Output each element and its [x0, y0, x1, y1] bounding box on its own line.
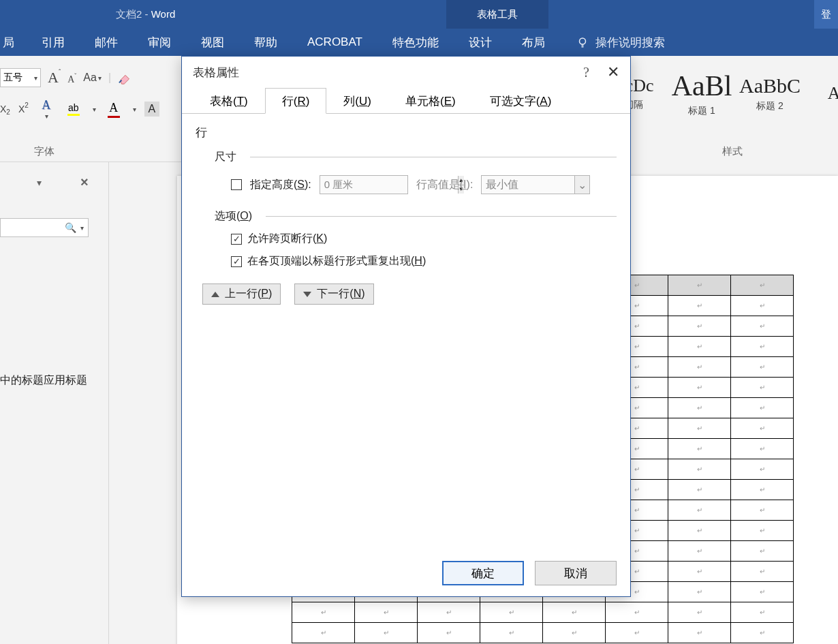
dialog-body: 行 尺寸 指定高度(S): ▲ ▼ 行高值是(I): 最小值	[182, 114, 630, 316]
specify-height-checkbox[interactable]	[231, 179, 242, 190]
style-tile[interactable]: AaBbC 标题 2	[736, 63, 804, 124]
prev-row-button[interactable]: 上一行(P)	[202, 283, 281, 305]
search-icon: 🔍	[65, 222, 76, 233]
height-spinbox[interactable]: ▲ ▼	[320, 175, 408, 194]
change-case-button[interactable]: Aa▾	[83, 72, 102, 84]
close-icon[interactable]: ×	[80, 174, 89, 190]
ribbon-tab[interactable]: 审阅	[133, 29, 186, 56]
cancel-button[interactable]: 取消	[535, 561, 617, 585]
style-tile[interactable]: Aa	[804, 63, 838, 124]
size-section-label: 尺寸	[215, 150, 617, 164]
chevron-down-icon: ⌄	[574, 176, 589, 194]
nav-search-input[interactable]: 🔍 ▾	[0, 218, 89, 237]
tab-alttext[interactable]: 可选文字(A)	[473, 88, 569, 114]
subscript-button[interactable]: X2	[0, 104, 10, 114]
ribbon-tab[interactable]: 邮件	[80, 29, 133, 56]
superscript-button[interactable]: X2	[18, 104, 29, 114]
style-tile[interactable]: AaBl 标题 1	[668, 63, 736, 124]
group-label: 样式	[627, 145, 838, 158]
ribbon-tabs: 局 引用 邮件 审阅 视图 帮助 ACROBAT 特色功能 设计 布局 操作说明…	[0, 29, 838, 56]
tell-me-search[interactable]: 操作说明搜索	[560, 35, 665, 50]
contextual-tab-tabletools: 表格工具	[446, 0, 548, 29]
chevron-down-icon: ▾	[34, 74, 37, 82]
allow-break-label: 允许跨页断行(K)	[247, 232, 327, 246]
ribbon-tab[interactable]: 帮助	[239, 29, 292, 56]
dialog-footer: 确定 取消	[442, 561, 617, 585]
row-height-is-label: 行高值是(I):	[416, 178, 474, 192]
grow-font-button[interactable]: Aˆ	[48, 69, 61, 87]
ribbon-tab[interactable]: 设计	[454, 29, 507, 56]
title-bar: 文档2 - Word 表格工具 登	[0, 0, 838, 29]
tab-column[interactable]: 列(U)	[326, 88, 388, 114]
font-size-combo[interactable]: 五号 ▾	[0, 68, 41, 87]
lightbulb-icon	[576, 36, 589, 48]
ribbon-tab[interactable]: 引用	[27, 29, 80, 56]
next-row-button[interactable]: 下一行(N)	[294, 283, 373, 305]
tab-cell[interactable]: 单元格(E)	[388, 88, 473, 114]
chevron-down-icon[interactable]: ▾	[80, 224, 84, 232]
chevron-down-icon[interactable]: ▾	[93, 106, 96, 113]
row-height-mode-select[interactable]: 最小值 ⌄	[481, 175, 590, 194]
window-title: 文档2 - Word	[116, 8, 175, 21]
doc-name: 文档2	[116, 8, 142, 20]
help-icon[interactable]: ?	[583, 65, 589, 80]
shrink-font-button[interactable]: Aˇ	[67, 74, 76, 85]
ok-button[interactable]: 确定	[442, 561, 524, 585]
close-icon[interactable]: ✕	[607, 63, 619, 81]
divider: |	[108, 72, 111, 84]
allow-break-checkbox[interactable]	[231, 234, 242, 245]
chevron-down-icon[interactable]: ▾	[37, 177, 42, 188]
specify-height-label: 指定高度(S):	[250, 178, 311, 192]
tab-row[interactable]: 行(R)	[265, 88, 327, 114]
table-properties-dialog: 表格属性 ? ✕ 表格(T) 行(R) 列(U) 单元格(E) 可选文字(A) …	[181, 56, 631, 597]
repeat-header-label: 在各页顶端以标题行形式重复出现(H)	[247, 254, 426, 269]
svg-point-0	[579, 38, 585, 44]
dialog-tabs: 表格(T) 行(R) 列(U) 单元格(E) 可选文字(A)	[182, 88, 630, 114]
ribbon-tab[interactable]: 特色功能	[377, 29, 454, 56]
clear-formatting-button[interactable]	[118, 70, 133, 85]
options-section-label: 选项(O)	[215, 209, 617, 224]
app-name: Word	[151, 8, 176, 20]
character-shading-button[interactable]: A	[144, 102, 159, 117]
ribbon-tab[interactable]: 局	[0, 29, 27, 56]
dialog-title: 表格属性	[182, 57, 630, 88]
ribbon-tab[interactable]: 视图	[186, 29, 239, 56]
chevron-down-icon[interactable]: ▾	[133, 106, 136, 113]
login-button[interactable]: 登	[814, 0, 838, 29]
font-color-button[interactable]: A	[104, 101, 123, 118]
group-label: 字体	[34, 145, 55, 158]
row-heading: 行	[196, 125, 617, 140]
ribbon-tab[interactable]: ACROBAT	[292, 29, 377, 56]
text-effects-button[interactable]: A ▾	[37, 98, 56, 120]
ribbon-tab[interactable]: 布局	[507, 29, 560, 56]
triangle-down-icon	[303, 292, 311, 297]
triangle-up-icon	[211, 292, 219, 297]
navigation-pane: ▾ × 🔍 ▾ 中的标题应用标题	[0, 162, 109, 644]
repeat-header-checkbox[interactable]	[231, 256, 242, 267]
eraser-icon	[118, 70, 133, 85]
tab-table[interactable]: 表格(T)	[193, 88, 265, 114]
nav-hint-text: 中的标题应用标题	[0, 373, 102, 388]
highlight-button[interactable]: ab	[64, 102, 83, 116]
styles-group: CcDc 间隔 AaBl 标题 1 AaBbC 标题 2 Aa 样式	[627, 56, 838, 162]
font-group: 五号 ▾ Aˆ Aˇ Aa▾ | X2 X2 A ▾ ab ▾ A	[0, 56, 183, 162]
